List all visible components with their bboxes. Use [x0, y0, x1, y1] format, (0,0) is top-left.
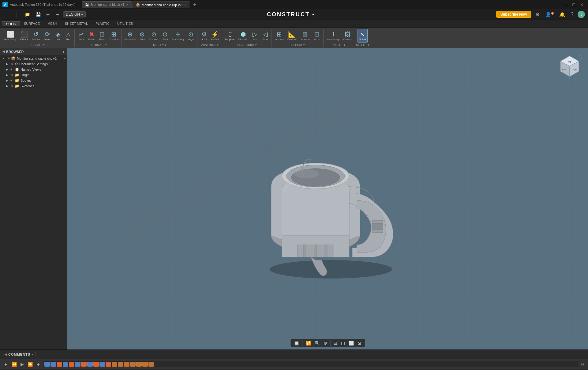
viewcube[interactable]: top front right Z: [557, 54, 582, 79]
sweep-btn[interactable]: ⟳ Sweep: [42, 29, 52, 43]
snap-btn[interactable]: ◫: [340, 340, 346, 346]
browser-item-sketches[interactable]: ▶ 👁 📁 Sketches: [0, 83, 67, 89]
timeline-prev-btn[interactable]: ⏪: [10, 361, 18, 367]
timeline-first-btn[interactable]: ⏮: [2, 361, 9, 367]
press-pull-btn[interactable]: ⊕ Press Pull: [123, 29, 137, 43]
browser-collapse-icon[interactable]: ◀: [2, 50, 5, 54]
tab1-close[interactable]: ✕: [126, 3, 129, 6]
timeline-step-6[interactable]: [81, 362, 87, 367]
viewport[interactable]: top front right Z 🔲 🔁 🔍 ⊕ ⊡ ◫ ⬜ ⊠: [67, 48, 588, 349]
timeline-step-12[interactable]: [118, 362, 123, 367]
toolbar-tab-mesh[interactable]: MESH: [44, 21, 61, 26]
align-btn[interactable]: ⊛ Align: [186, 29, 196, 43]
timeline-step-10[interactable]: [106, 362, 111, 367]
split-body-btn[interactable]: ✂ Split: [77, 29, 86, 43]
timeline-step-2[interactable]: [57, 362, 62, 367]
help-icon[interactable]: ?: [569, 11, 575, 18]
timeline-step-13[interactable]: [124, 362, 129, 367]
quick-access-file[interactable]: 📁: [23, 11, 32, 17]
timeline-step-0[interactable]: [44, 362, 50, 367]
timeline-step-3[interactable]: [63, 362, 68, 367]
loft-btn[interactable]: ◈ Loft: [53, 29, 63, 43]
origin-eye-icon[interactable]: 👁: [10, 73, 13, 77]
doc-eye-icon[interactable]: 👁: [10, 62, 13, 66]
curvature-btn[interactable]: ⊠ Curvature: [298, 29, 312, 43]
view-cube-btn[interactable]: ⬜: [347, 340, 355, 346]
shell-btn[interactable]: ⊙ Shell: [160, 29, 170, 43]
save-icon[interactable]: 💾: [34, 11, 42, 17]
rib-btn[interactable]: △ Rib: [63, 29, 73, 43]
midplane-btn[interactable]: ⬡ Midplane: [224, 29, 236, 43]
timeline-step-14[interactable]: [130, 362, 136, 367]
root-eye-icon[interactable]: 👁: [7, 57, 10, 60]
toolbar-tab-plastic[interactable]: PLASTIC: [92, 21, 113, 26]
toolbar-tab-solid[interactable]: SOLID: [2, 21, 20, 26]
bodies-eye-icon[interactable]: 👁: [10, 79, 13, 82]
timeline-step-8[interactable]: [93, 362, 99, 367]
extrude-btn[interactable]: ⬛ Extrude: [19, 29, 30, 43]
mirror-btn[interactable]: ⊡ Mirror: [97, 29, 107, 43]
browser-item-origin[interactable]: ▶ 👁 📁 Origin: [0, 72, 67, 78]
browser-item-bodies[interactable]: ▶ 👁 📁 Bodies: [0, 78, 67, 83]
delete-btn[interactable]: ✖ Delete: [87, 29, 97, 43]
subscribe-btn[interactable]: Subscribe Now: [496, 11, 531, 18]
zebra-btn[interactable]: ⊡ Zebra: [312, 29, 322, 43]
display-settings-btn[interactable]: 🔲: [293, 340, 301, 346]
timeline-step-11[interactable]: [112, 362, 117, 367]
browser-item-named-views[interactable]: ▶ 👁 📋 Named Views: [0, 67, 67, 72]
timeline-step-1[interactable]: [51, 362, 56, 367]
tab2-close[interactable]: ✕: [184, 3, 187, 7]
file-tab-2[interactable]: 📦 Monitor stand cable clip v2* ✕: [133, 2, 190, 8]
select-btn[interactable]: ↖ Select: [358, 29, 367, 43]
timeline-last-btn[interactable]: ⏭: [35, 361, 42, 367]
sketches-eye-icon[interactable]: 👁: [10, 84, 13, 88]
app-grid-icon[interactable]: ⋮⋮⋮: [3, 11, 21, 18]
orbit-btn[interactable]: 🔁: [305, 340, 312, 346]
chamfer-btn[interactable]: ⊘ Chamfer: [148, 29, 160, 43]
grid-btn[interactable]: ⊡: [332, 340, 339, 346]
settings-icon[interactable]: ⚙: [534, 11, 541, 18]
comments-collapse-icon[interactable]: ◀: [4, 352, 7, 357]
interference-btn[interactable]: ⊞ Interfere: [274, 29, 285, 43]
toolbar-tab-utilities[interactable]: UTILITIES: [114, 21, 137, 26]
timeline-step-5[interactable]: [75, 362, 81, 367]
toolbar-tab-surface[interactable]: SURFACE: [20, 21, 43, 26]
notifications-icon[interactable]: 🔔: [558, 11, 567, 18]
root-options-icon[interactable]: ●: [64, 57, 66, 60]
move-copy-btn[interactable]: ✛ Move/Copy: [170, 29, 185, 43]
undo-icon[interactable]: ↩: [45, 11, 51, 17]
timeline-step-9[interactable]: [99, 362, 105, 367]
fillet-btn[interactable]: ⊗ Fillet: [137, 29, 147, 43]
new-tab-btn[interactable]: +: [191, 2, 198, 7]
canvas-btn[interactable]: 🖼 Canvas: [342, 29, 353, 43]
as-built-joint-btn[interactable]: ⚡ As-Built: [210, 29, 221, 43]
file-tab-1[interactable]: 💾 Monitor stand blcok v1 ✕: [82, 1, 132, 8]
point-btn[interactable]: ◁ Point: [260, 29, 270, 43]
offset-plane-btn[interactable]: ⬢ Offset Pl.: [237, 29, 249, 43]
axis-btn[interactable]: ▷ Axis: [250, 29, 260, 43]
timeline-settings-icon[interactable]: ⚙: [580, 361, 586, 367]
named-views-eye-icon[interactable]: 👁: [10, 68, 13, 71]
account-icon[interactable]: J: [578, 11, 585, 18]
timeline-step-16[interactable]: [142, 362, 148, 367]
timeline-step-4[interactable]: [69, 362, 74, 367]
timeline-step-7[interactable]: [87, 362, 93, 367]
zoom-extents-btn[interactable]: 🔍: [313, 340, 321, 346]
measure-btn[interactable]: 📐 Measure: [286, 29, 298, 43]
toolbar-tab-sheetmetal[interactable]: SHEET METAL: [61, 21, 92, 26]
browser-item-doc-settings[interactable]: ▶ 👁 ⚙ Document Settings: [0, 61, 67, 67]
insert-image-btn[interactable]: ⬆ Insert Image: [325, 29, 341, 43]
maximize-btn[interactable]: □: [571, 2, 577, 7]
timeline-step-17[interactable]: [148, 362, 154, 367]
timeline-next-btn[interactable]: ⏩: [26, 361, 34, 367]
zoom-window-btn[interactable]: ⊕: [322, 340, 328, 346]
new-component-btn[interactable]: ⬜ New Comp.: [3, 29, 18, 43]
timeline-play-btn[interactable]: ▶: [19, 361, 25, 367]
timeline-step-15[interactable]: [136, 362, 142, 367]
joint-btn[interactable]: ⚙ Joint: [199, 29, 209, 43]
redo-icon[interactable]: ↪: [54, 11, 61, 17]
revolve-btn[interactable]: ↺ Revolve: [30, 29, 42, 43]
timeline-track[interactable]: [43, 361, 579, 367]
appearance-btn[interactable]: ⊠: [356, 340, 362, 346]
combine-btn[interactable]: ⊞ Combine: [108, 29, 120, 43]
